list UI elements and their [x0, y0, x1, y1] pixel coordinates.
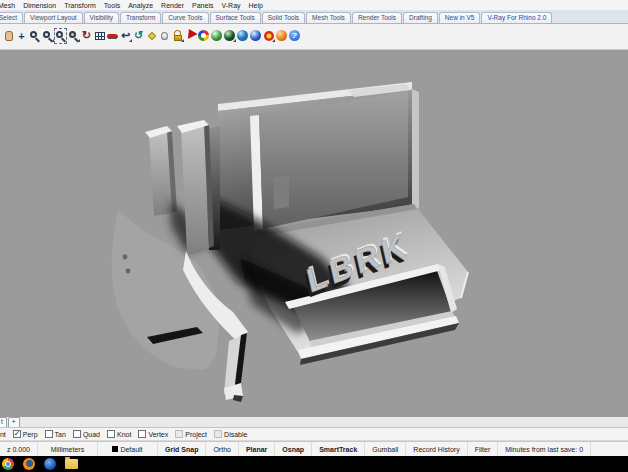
icon-glyph: [262, 28, 275, 44]
menu-panels[interactable]: Panels: [188, 2, 217, 9]
tab-surface-tools[interactable]: Surface Tools: [210, 12, 261, 23]
osnap-project[interactable]: Project: [175, 430, 207, 438]
osnap-label: Vertex: [148, 431, 168, 438]
tag-icon[interactable]: [145, 28, 158, 44]
status-pane-label: SmartTrack: [319, 446, 357, 453]
osnap-disable[interactable]: Disable: [214, 430, 247, 438]
pan-icon[interactable]: [2, 28, 15, 44]
menu-dimension[interactable]: Dimension: [19, 2, 60, 9]
units-pane[interactable]: Millimeters: [38, 442, 98, 456]
render-sphere-green-icon[interactable]: [210, 28, 223, 44]
tab-mesh-tools[interactable]: Mesh Tools: [306, 12, 351, 23]
icon-glyph: [41, 28, 54, 44]
zoom-window-icon[interactable]: [54, 28, 67, 44]
osnap-checkbox[interactable]: [45, 430, 53, 438]
render-sphere-dark-icon[interactable]: [223, 28, 236, 44]
grid-icon[interactable]: [93, 28, 106, 44]
car-icon[interactable]: [106, 28, 119, 44]
light-icon[interactable]: [158, 28, 171, 44]
icon-glyph: [145, 28, 158, 44]
layer-pane[interactable]: Default: [98, 442, 158, 456]
status-pane-label: z 0.000: [7, 446, 30, 453]
status-pane-label: Planar: [246, 446, 267, 453]
toggle-filter[interactable]: Filter: [468, 442, 499, 456]
icon-glyph: [288, 28, 301, 44]
osnap-knot[interactable]: Knot: [107, 430, 131, 438]
perspective-viewport[interactable]: LBRK LBRK LBRK: [0, 50, 628, 417]
toggle-osnap[interactable]: Osnap: [275, 442, 312, 456]
toggle-grid-snap[interactable]: Grid Snap: [158, 442, 206, 456]
3d-model-render[interactable]: LBRK LBRK LBRK: [0, 50, 628, 417]
app-icon[interactable]: [44, 458, 56, 470]
material-orange-icon[interactable]: [275, 28, 288, 44]
tab-select[interactable]: Select: [0, 12, 23, 23]
rotate-view-icon[interactable]: ↻: [80, 28, 93, 44]
tab-solid-tools[interactable]: Solid Tools: [262, 12, 305, 23]
viewport-tab-strip: t +: [0, 417, 628, 428]
status-pane-label: Ortho: [213, 446, 231, 453]
zoom-selected-icon[interactable]: [67, 28, 80, 44]
icon-glyph: [197, 28, 210, 44]
osnap-perp[interactable]: Perp: [13, 430, 38, 438]
burst-icon[interactable]: [262, 28, 275, 44]
menu-render[interactable]: Render: [157, 2, 188, 9]
osnap-checkbox[interactable]: [138, 430, 146, 438]
tab-new-in-v5[interactable]: New in V5: [439, 12, 481, 23]
tab-render-tools[interactable]: Render Tools: [352, 12, 402, 23]
firefox-icon[interactable]: [23, 458, 35, 470]
status-pane-label: Osnap: [282, 446, 304, 453]
icon-glyph: [184, 28, 197, 44]
tab-drafting[interactable]: Drafting: [403, 12, 438, 23]
tab-curve-tools[interactable]: Curve Tools: [162, 12, 208, 23]
color-ring-icon[interactable]: [197, 28, 210, 44]
osnap-label: Quad: [83, 431, 100, 438]
windows-taskbar: [0, 456, 628, 472]
render-globe-icon[interactable]: [236, 28, 249, 44]
icon-glyph: [223, 28, 236, 44]
tab-visibility[interactable]: Visibility: [84, 12, 119, 23]
menu-tools[interactable]: Tools: [100, 2, 124, 9]
zoom-icon[interactable]: [28, 28, 41, 44]
toggle-ortho[interactable]: Ortho: [206, 442, 239, 456]
osnap-checkbox[interactable]: [73, 430, 81, 438]
osnap-checkbox[interactable]: [107, 430, 115, 438]
viewport-tab-partial[interactable]: t: [0, 417, 7, 427]
osnap-tan[interactable]: Tan: [45, 430, 66, 438]
vray-wedge-icon[interactable]: [184, 28, 197, 44]
osnap-quad[interactable]: Quad: [73, 430, 100, 438]
icon-glyph: ↻: [80, 28, 93, 44]
undo-view-icon[interactable]: ↩: [119, 28, 132, 44]
render-sphere-blue-icon[interactable]: [249, 28, 262, 44]
lock-icon[interactable]: [171, 28, 184, 44]
toggle-record-history[interactable]: Record History: [406, 442, 467, 456]
osnap-checkbox[interactable]: [175, 430, 183, 438]
osnap-bar: Int Perp Tan Quad Knot Vertex Project: [0, 428, 628, 441]
toggle-smarttrack[interactable]: SmartTrack: [312, 442, 365, 456]
menu-help[interactable]: Help: [245, 2, 267, 9]
osnap-int[interactable]: Int: [0, 430, 6, 438]
menu-transform[interactable]: Transform: [60, 2, 100, 9]
osnap-checkbox[interactable]: [214, 430, 222, 438]
file-explorer-icon[interactable]: [65, 459, 78, 469]
help-icon[interactable]: [288, 28, 301, 44]
main-toolbar: + ↻: [0, 24, 628, 50]
tab-viewport-layout[interactable]: Viewport Layout: [24, 12, 83, 23]
status-bar: z 0.000 Millimeters Default Grid Snap Or…: [0, 441, 628, 456]
menu-vray[interactable]: V-Ray: [217, 2, 244, 9]
tab-vray-for-rhino[interactable]: V-Ray For Rhino 2.0: [481, 12, 552, 23]
toggle-gumball[interactable]: Gumball: [365, 442, 406, 456]
toggle-planar[interactable]: Planar: [239, 442, 275, 456]
icon-glyph: [2, 28, 15, 44]
move-icon[interactable]: +: [15, 28, 28, 44]
chrome-icon[interactable]: [2, 458, 14, 470]
tab-transform[interactable]: Transform: [120, 12, 161, 23]
menu-mesh[interactable]: Mesh: [0, 2, 19, 9]
redo-view-icon[interactable]: ↺: [132, 28, 145, 44]
new-viewport-tab-button[interactable]: +: [8, 417, 20, 427]
autosave-info[interactable]: Minutes from last save: 0: [498, 442, 591, 456]
osnap-vertex[interactable]: Vertex: [138, 430, 168, 438]
osnap-checkbox[interactable]: [13, 430, 21, 438]
zoom-extents-icon[interactable]: [41, 28, 54, 44]
menu-analyze[interactable]: Analyze: [124, 2, 157, 9]
coord-z[interactable]: z 0.000: [0, 442, 38, 456]
